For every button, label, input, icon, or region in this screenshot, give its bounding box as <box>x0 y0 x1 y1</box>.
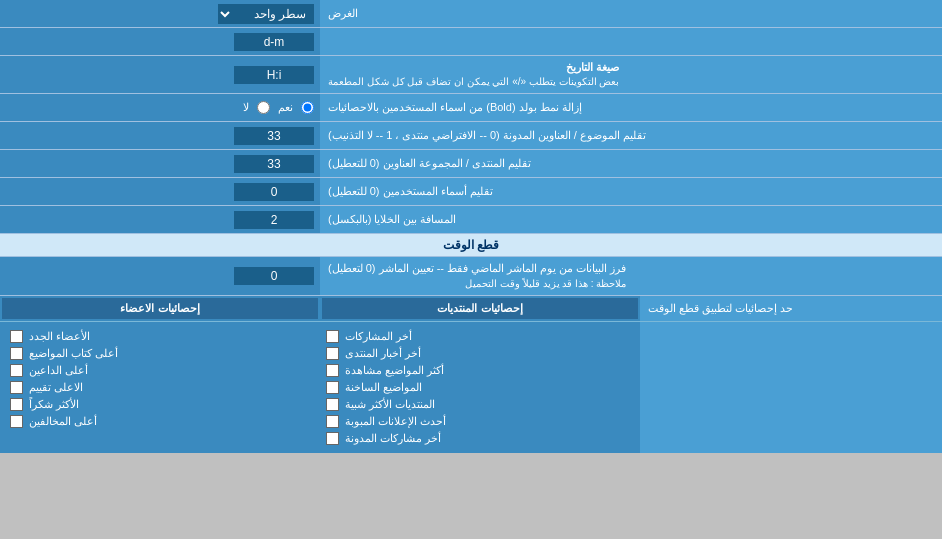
stat-checkbox-blog-posts[interactable] <box>326 432 339 445</box>
realtime-data-label: فرز البيانات من يوم الماشر الماضي فقط --… <box>320 257 942 294</box>
gharad-input-cell: سطر واحد متعدد الأسطر <box>0 0 320 27</box>
stat-item-top-rated: الاعلى تقييم <box>6 379 318 396</box>
cell-spacing-row: المسافة بين الخلايا (بالبكسل) <box>0 206 942 234</box>
forum-group-trim-input[interactable] <box>234 155 314 173</box>
topics-trim-input-cell <box>0 122 320 149</box>
stats-col2: الأعضاء الجدد أعلى كتاب المواضيع أعلى ال… <box>4 326 320 449</box>
bold-radio-group: لا نعم <box>243 101 314 114</box>
usernames-trim-label: تقليم أسماء المستخدمين (0 للتعطيل) <box>320 178 942 205</box>
stat-checkbox-top-writers[interactable] <box>10 347 23 360</box>
bold-radio-no[interactable] <box>257 101 270 114</box>
topics-trim-input[interactable] <box>234 127 314 145</box>
forum-group-trim-label: تقليم المنتدى / المجموعة العناوين (0 للت… <box>320 150 942 177</box>
stat-checkbox-top-rated[interactable] <box>10 381 23 394</box>
cell-spacing-input[interactable] <box>234 211 314 229</box>
forum-group-trim-input-cell <box>0 150 320 177</box>
date-format-input-cell <box>0 28 320 55</box>
stat-item-latest-ads: أحدث الإعلانات المبوبة <box>322 413 634 430</box>
time-format-row: صيغة التاريخ بعض التكوينات يتطلب «/» الت… <box>0 56 942 94</box>
realtime-section-header: قطع الوقت <box>0 234 942 257</box>
bold-radio-yes[interactable] <box>301 101 314 114</box>
stats-items-grid: أخر المشاركات أخر أخبار المنتدى أكثر الم… <box>0 322 942 453</box>
bold-input-cell: لا نعم <box>0 94 320 121</box>
col1-header: إحصائيات المنتديات <box>322 298 638 319</box>
stat-item-last-posts: أخر المشاركات <box>322 328 634 345</box>
topics-trim-label: تقليم الموضوع / العناوين المدونة (0 -- ا… <box>320 122 942 149</box>
stat-checkbox-forum-news[interactable] <box>326 347 339 360</box>
date-format-input[interactable] <box>234 33 314 51</box>
stat-checkbox-top-violators[interactable] <box>10 415 23 428</box>
stats-limit-row: حد إحصائيات لتطبيق قطع الوقت إحصائيات ال… <box>0 296 942 322</box>
stat-checkbox-popular-forums[interactable] <box>326 398 339 411</box>
stat-item-new-members: الأعضاء الجدد <box>6 328 318 345</box>
time-format-input[interactable] <box>234 66 314 84</box>
stat-item-top-writers: أعلى كتاب المواضيع <box>6 345 318 362</box>
stat-checkbox-new-members[interactable] <box>10 330 23 343</box>
forum-group-trim-row: تقليم المنتدى / المجموعة العناوين (0 للت… <box>0 150 942 178</box>
time-format-input-cell <box>0 56 320 93</box>
date-format-label <box>320 28 942 55</box>
realtime-data-input[interactable] <box>234 267 314 285</box>
stat-item-most-viewed: أكثر المواضيع مشاهدة <box>322 362 634 379</box>
realtime-data-input-cell <box>0 257 320 294</box>
gharad-label: الغرض <box>320 0 942 27</box>
stat-checkbox-top-inviters[interactable] <box>10 364 23 377</box>
usernames-trim-input[interactable] <box>234 183 314 201</box>
stat-item-forum-news: أخر أخبار المنتدى <box>322 345 634 362</box>
gharad-select[interactable]: سطر واحد متعدد الأسطر <box>218 4 314 24</box>
stats-limit-label: حد إحصائيات لتطبيق قطع الوقت <box>640 296 942 321</box>
stat-checkbox-most-thankful[interactable] <box>10 398 23 411</box>
time-format-label: صيغة التاريخ بعض التكوينات يتطلب «/» الت… <box>320 56 942 93</box>
stats-col1: أخر المشاركات أخر أخبار المنتدى أكثر الم… <box>320 326 636 449</box>
stat-item-top-violators: أعلى المخالفين <box>6 413 318 430</box>
realtime-data-row: فرز البيانات من يوم الماشر الماضي فقط --… <box>0 257 942 295</box>
usernames-trim-row: تقليم أسماء المستخدمين (0 للتعطيل) <box>0 178 942 206</box>
cell-spacing-input-cell <box>0 206 320 233</box>
stat-checkbox-latest-ads[interactable] <box>326 415 339 428</box>
stats-cols-area: إحصائيات المنتديات إحصائيات الاعضاء <box>0 296 640 321</box>
date-format-row <box>0 28 942 56</box>
bold-row: إزالة نمط بولد (Bold) من اسماء المستخدمي… <box>0 94 942 122</box>
stats-left-spacer <box>640 322 942 453</box>
stats-checkboxes-area: أخر المشاركات أخر أخبار المنتدى أكثر الم… <box>0 322 640 453</box>
stat-item-blog-posts: أخر مشاركات المدونة <box>322 430 634 447</box>
gharad-row: الغرض سطر واحد متعدد الأسطر <box>0 0 942 28</box>
stat-checkbox-last-posts[interactable] <box>326 330 339 343</box>
topics-trim-row: تقليم الموضوع / العناوين المدونة (0 -- ا… <box>0 122 942 150</box>
stat-item-most-thankful: الأكثر شكراً <box>6 396 318 413</box>
stat-item-hot-topics: المواضيع الساخنة <box>322 379 634 396</box>
cell-spacing-label: المسافة بين الخلايا (بالبكسل) <box>320 206 942 233</box>
stat-checkbox-hot-topics[interactable] <box>326 381 339 394</box>
bold-label: إزالة نمط بولد (Bold) من اسماء المستخدمي… <box>320 94 942 121</box>
usernames-trim-input-cell <box>0 178 320 205</box>
stat-item-top-inviters: أعلى الداعين <box>6 362 318 379</box>
stat-checkbox-most-viewed[interactable] <box>326 364 339 377</box>
stat-item-popular-forums: المنتديات الأكثر شبية <box>322 396 634 413</box>
stats-section: حد إحصائيات لتطبيق قطع الوقت إحصائيات ال… <box>0 296 942 453</box>
col2-header: إحصائيات الاعضاء <box>2 298 318 319</box>
